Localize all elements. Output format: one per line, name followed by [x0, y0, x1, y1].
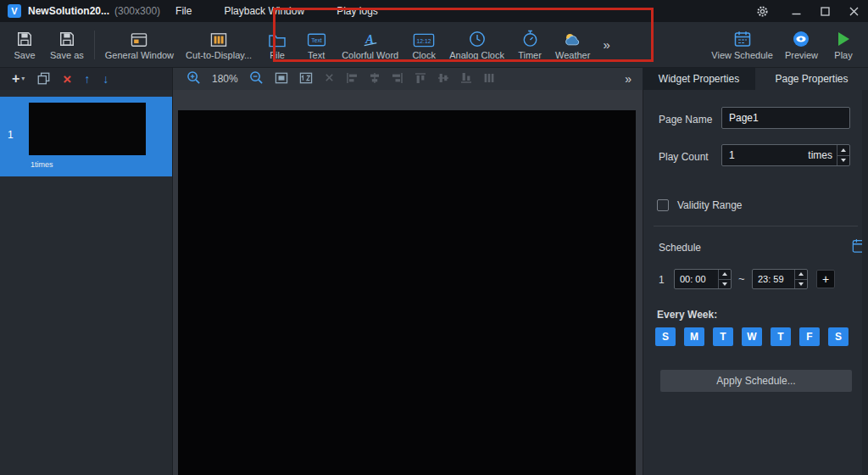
save-as-label: Save as	[50, 50, 84, 60]
stepper-up-icon[interactable]	[837, 145, 849, 155]
digital-clock-icon: 12:12	[413, 29, 435, 48]
validity-range-checkbox[interactable]	[657, 199, 669, 211]
page-name-field	[721, 107, 850, 129]
widget-weather-label: Weather	[555, 50, 590, 60]
widget-timer-label: Timer	[518, 50, 542, 60]
stepper-down-icon[interactable]	[718, 279, 731, 289]
analog-clock-icon	[469, 29, 486, 48]
view-schedule-label: View Schedule	[711, 50, 773, 60]
zoom-level-value: 180%	[212, 73, 238, 85]
actual-size-button[interactable]	[299, 72, 313, 87]
general-window-icon	[131, 29, 147, 48]
move-page-up-button[interactable]: ↑	[84, 73, 90, 85]
tab-widget-properties[interactable]: Widget Properties	[643, 68, 755, 90]
play-button[interactable]: Play	[824, 29, 863, 60]
general-window-label: General Window	[105, 50, 174, 60]
stepper-up-icon[interactable]	[718, 270, 731, 279]
zoom-in-button[interactable]	[186, 70, 201, 87]
canvas-area	[173, 90, 643, 475]
week-day-sunday-button[interactable]: S	[655, 327, 676, 346]
canvas-toolbar-more-button[interactable]: »	[625, 72, 631, 86]
maximize-button[interactable]	[810, 0, 839, 22]
colorful-word-icon: A	[361, 29, 380, 48]
widget-text-button[interactable]: Text Text	[297, 22, 336, 67]
save-as-button[interactable]: Save as	[44, 22, 90, 67]
edit-canvas[interactable]	[178, 110, 636, 475]
move-page-down-button[interactable]: ↓	[103, 73, 108, 85]
toolbar-separator	[94, 31, 95, 59]
week-day-saturday-button[interactable]: S	[828, 327, 849, 346]
align-bottom-button[interactable]	[460, 72, 472, 87]
settings-gear-icon[interactable]	[748, 0, 776, 22]
cut-to-display-button[interactable]: Cut-to-Display...	[180, 22, 258, 67]
page-list-item[interactable]: 1 1times	[0, 97, 172, 176]
play-count-field: times	[721, 144, 850, 166]
delete-widget-button[interactable]	[324, 72, 335, 86]
validity-range-label: Validity Range	[677, 199, 743, 211]
widget-analog-clock-button[interactable]: Analog Clock	[443, 22, 510, 67]
text-icon: Text	[307, 29, 326, 48]
stepper-down-icon[interactable]	[794, 279, 807, 289]
widget-clock-label: Clock	[412, 50, 436, 60]
preview-button[interactable]: Preview	[779, 29, 824, 60]
widget-colorful-word-button[interactable]: A Colorful Word	[336, 22, 404, 67]
title-bar: V NewSolution20... (300x300) File Playba…	[0, 0, 868, 22]
schedule-end-field	[752, 269, 808, 289]
week-day-tuesday-button[interactable]: T	[713, 327, 733, 346]
align-top-button[interactable]	[415, 72, 426, 87]
stepper-up-icon[interactable]	[794, 270, 807, 279]
align-left-button[interactable]	[346, 72, 358, 87]
window-controls	[748, 0, 868, 22]
toolbar-more-button[interactable]: »	[596, 37, 615, 52]
folder-icon	[268, 29, 287, 48]
week-day-monday-button[interactable]: M	[684, 327, 704, 346]
widget-timer-button[interactable]: Timer	[510, 22, 549, 67]
app-logo-icon: V	[8, 4, 21, 18]
widget-clock-button[interactable]: 12:12 Clock	[404, 22, 443, 67]
view-schedule-button[interactable]: View Schedule	[705, 29, 779, 60]
fit-to-window-button[interactable]	[275, 72, 288, 87]
widget-weather-button[interactable]: Weather	[549, 22, 596, 67]
align-horizontal-center-button[interactable]	[369, 72, 381, 87]
distribute-horizontal-button[interactable]	[483, 72, 495, 87]
save-button[interactable]: Save	[5, 22, 44, 67]
week-day-row: S M T W T F S	[643, 327, 868, 346]
widget-file-button[interactable]: File	[258, 22, 297, 67]
align-vertical-center-button[interactable]	[437, 72, 449, 87]
preview-label: Preview	[785, 50, 818, 60]
week-day-thursday-button[interactable]: T	[771, 327, 791, 346]
weather-icon	[562, 29, 584, 48]
menu-file[interactable]: File	[175, 5, 192, 17]
add-page-button[interactable]: + ▾	[12, 72, 25, 86]
week-day-wednesday-button[interactable]: W	[742, 327, 762, 346]
page-repeat-label: 1times	[31, 160, 53, 169]
copy-page-button[interactable]	[37, 72, 50, 87]
page-thumbnail[interactable]	[29, 103, 146, 155]
tab-page-properties[interactable]: Page Properties	[755, 68, 868, 90]
align-right-button[interactable]	[392, 72, 403, 87]
menu-play-logs[interactable]: Play logs	[337, 5, 378, 17]
widget-analog-clock-label: Analog Clock	[449, 50, 504, 60]
save-label: Save	[14, 50, 35, 60]
menu-bar: File Playback Window Play logs	[175, 5, 378, 17]
minimize-button[interactable]	[782, 0, 810, 22]
properties-scrollbar[interactable]	[862, 90, 868, 475]
general-window-button[interactable]: General Window	[99, 22, 180, 67]
solution-size-label: (300x300)	[114, 5, 160, 17]
add-schedule-row-button[interactable]: +	[816, 270, 835, 288]
delete-page-button[interactable]: ×	[63, 72, 71, 87]
menu-playback-window[interactable]: Playback Window	[224, 5, 304, 17]
stepper-down-icon[interactable]	[837, 155, 849, 166]
svg-text:12:12: 12:12	[417, 38, 431, 44]
schedule-start-stepper	[718, 270, 731, 288]
close-button[interactable]	[839, 0, 868, 22]
week-day-friday-button[interactable]: F	[799, 327, 820, 346]
page-toolbar: + ▾ × ↑ ↓	[0, 68, 173, 90]
zoom-out-button[interactable]	[249, 70, 264, 87]
save-as-icon	[58, 29, 75, 48]
pages-sidebar: 1 1times	[0, 90, 173, 475]
apply-schedule-button[interactable]: Apply Schedule...	[660, 370, 852, 392]
page-name-input[interactable]	[722, 108, 849, 128]
widget-text-label: Text	[308, 50, 325, 60]
plus-icon: +	[12, 72, 19, 86]
